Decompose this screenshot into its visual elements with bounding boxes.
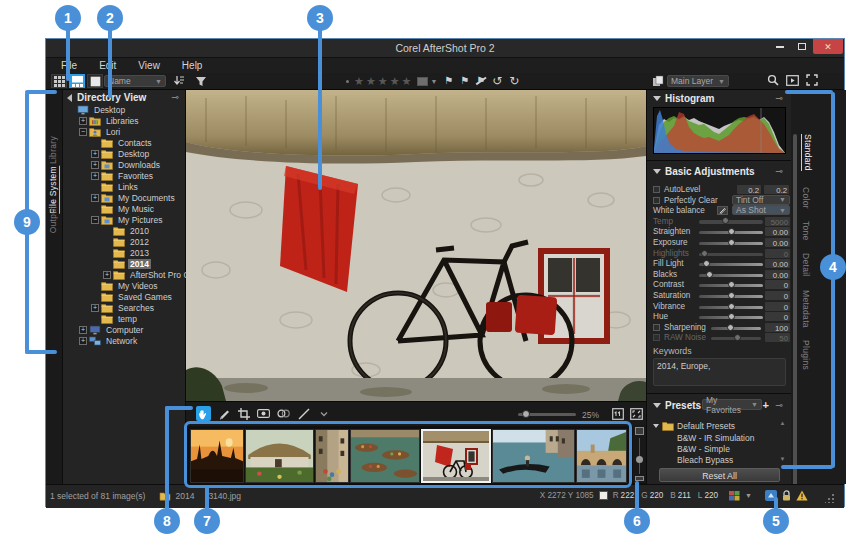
flag-unflag-icon[interactable]: ⚑ (460, 76, 469, 86)
maximize-button[interactable] (791, 39, 813, 54)
tree-item-my-music[interactable]: My Music (63, 203, 185, 214)
pin-icon[interactable]: ⊸ (775, 94, 783, 103)
histogram-header[interactable]: Histogram ⊸ (647, 93, 791, 105)
keywords-input[interactable]: 2014, Europe, (653, 358, 786, 386)
crop-tool[interactable] (236, 406, 251, 421)
preset-folder-default-presets[interactable]: Default Presets (647, 420, 777, 431)
adjustment-select[interactable]: Tint Off▼ (732, 195, 790, 205)
red-eye-tool[interactable] (256, 406, 271, 421)
tree-item-searches[interactable]: +Searches (63, 302, 185, 313)
tree-item-favorites[interactable]: +Favorites (63, 170, 185, 181)
presets-select[interactable]: My Favorites▼ (702, 399, 762, 410)
color-managed-icon[interactable] (729, 491, 740, 501)
tree-item-2010[interactable]: 2010 (63, 225, 185, 236)
tree-item-my-documents[interactable]: +My Documents (63, 192, 185, 203)
tree-item-2014[interactable]: 2014 (63, 258, 185, 269)
layers-icon[interactable] (652, 75, 664, 87)
tab-library[interactable]: Library (48, 136, 58, 164)
tree-item-my-pictures[interactable]: −My Pictures (63, 214, 185, 225)
checkbox[interactable] (653, 186, 660, 193)
filter-icon[interactable] (194, 74, 208, 88)
slider-knob[interactable] (701, 250, 708, 257)
slider-knob[interactable] (728, 292, 735, 299)
zoom-fit-button[interactable] (630, 408, 643, 420)
pin-icon[interactable]: ⊸ (171, 93, 179, 102)
thumbnail-size-knob[interactable] (636, 456, 643, 463)
rating-dot-icon[interactable] (346, 80, 349, 83)
flag-reject-icon[interactable]: ⚑ (476, 76, 485, 86)
slider-track[interactable] (699, 220, 763, 224)
zoom-slider-knob[interactable] (522, 410, 530, 418)
expand-icon[interactable]: + (91, 172, 99, 180)
menu-view[interactable]: View (127, 59, 171, 72)
star-icon[interactable]: ★ (390, 76, 400, 87)
tab-tone[interactable]: Tone (801, 221, 811, 241)
slider-knob[interactable] (703, 260, 710, 267)
checkbox[interactable] (653, 197, 660, 204)
slider-track[interactable] (699, 306, 763, 309)
tree-item-desktop[interactable]: Desktop (63, 104, 185, 115)
presets-header[interactable]: Presets My Favorites▼ + ⊸ (647, 400, 791, 412)
value-field[interactable]: 0 (765, 291, 790, 300)
slider-track[interactable] (711, 337, 761, 340)
thumbnail-view-button[interactable] (51, 74, 67, 88)
expand-icon[interactable]: + (91, 304, 99, 312)
slider-knob[interactable] (728, 228, 735, 235)
slider-track[interactable] (711, 327, 761, 330)
checkbox[interactable] (653, 324, 660, 331)
adjustment-select[interactable]: As Shot▼ (732, 205, 790, 215)
slider-track[interactable] (699, 231, 763, 234)
slider-track[interactable] (699, 274, 763, 277)
star-icon[interactable]: ★ (378, 76, 388, 87)
expand-icon[interactable]: + (91, 161, 99, 169)
value-field[interactable]: 0 (765, 312, 790, 321)
slider-knob[interactable] (727, 324, 734, 331)
brush-tool[interactable] (216, 406, 231, 421)
tree-item-libraries[interactable]: +Libraries (63, 115, 185, 126)
checkbox[interactable] (653, 334, 660, 341)
flag-pick-icon[interactable]: ⚑ (444, 76, 453, 86)
eyedropper-icon[interactable] (717, 206, 728, 215)
expand-icon[interactable]: + (79, 326, 87, 334)
menu-help[interactable]: Help (171, 59, 214, 72)
pin-icon[interactable]: ⊸ (775, 167, 783, 176)
slider-knob[interactable] (728, 239, 735, 246)
tree-item-downloads[interactable]: +Downloads (63, 159, 185, 170)
collapse-arrow-icon[interactable] (67, 94, 72, 102)
thumbnail-large-icon[interactable] (635, 427, 644, 435)
slider-knob[interactable] (722, 217, 729, 224)
color-label-icon[interactable] (417, 77, 428, 86)
slider-track[interactable] (699, 316, 763, 319)
tab-color[interactable]: Color (801, 187, 811, 209)
collapse-icon[interactable]: − (91, 216, 99, 224)
chevron-down-icon[interactable]: ▼ (430, 78, 437, 85)
value-field[interactable]: 5000 (765, 217, 790, 226)
slider-track[interactable] (699, 253, 763, 256)
tree-item-contacts[interactable]: Contacts (63, 137, 185, 148)
reset-all-button[interactable]: Reset All (659, 468, 780, 482)
expand-icon[interactable]: + (103, 271, 111, 279)
collapse-icon[interactable]: − (79, 128, 87, 136)
scroll-down-icon[interactable]: ▼ (779, 456, 786, 462)
value-field[interactable]: 0.00 (765, 270, 790, 279)
pin-icon[interactable]: ⊸ (775, 401, 783, 410)
value-field[interactable]: 100 (765, 323, 790, 332)
expand-icon[interactable]: + (91, 194, 99, 202)
value-field[interactable]: 0.2 (764, 185, 789, 194)
tab-detail[interactable]: Detail (801, 253, 811, 277)
slider-knob[interactable] (728, 313, 735, 320)
tab-metadata[interactable]: Metadata (801, 290, 811, 328)
straighten-tool[interactable] (296, 406, 311, 421)
value-field[interactable]: 0.00 (765, 238, 790, 247)
panel-scrollbar[interactable] (793, 134, 797, 490)
tree-item-2013[interactable]: 2013 (63, 247, 185, 258)
slider-track[interactable] (699, 284, 763, 287)
tree-item-temp[interactable]: temp (63, 313, 185, 324)
slider-knob[interactable] (728, 281, 735, 288)
slider-track[interactable] (699, 242, 763, 245)
tree-item-2012[interactable]: 2012 (63, 236, 185, 247)
value-field[interactable]: 0 (765, 280, 790, 289)
resize-grip[interactable] (825, 494, 834, 503)
slider-track[interactable] (699, 295, 763, 298)
pan-tool[interactable] (196, 406, 211, 421)
